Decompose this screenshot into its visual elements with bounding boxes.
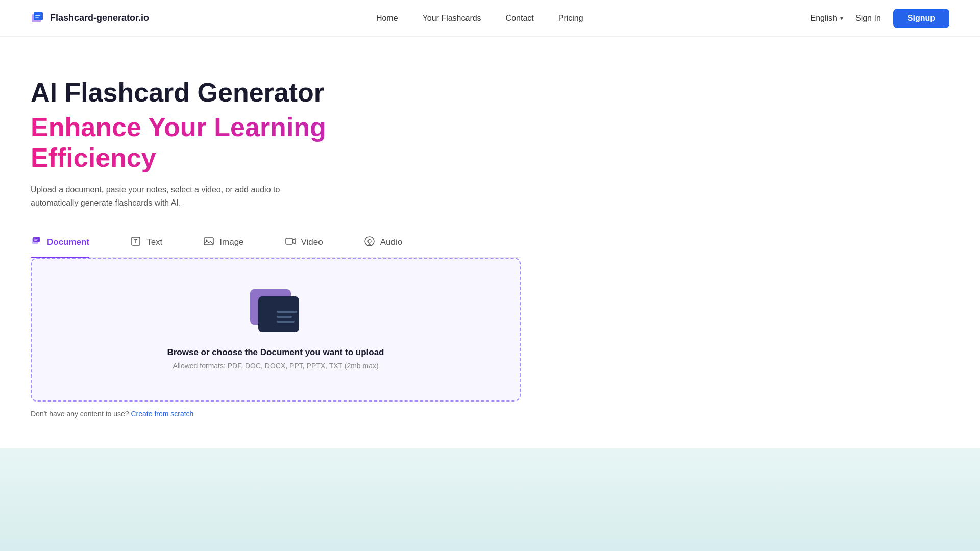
logo-icon [31, 11, 45, 26]
hero-subtitle: Upload a document, paste your notes, sel… [31, 183, 306, 209]
bottom-section: Featured [0, 448, 980, 551]
svg-rect-3 [35, 17, 39, 18]
svg-rect-2 [35, 15, 40, 16]
tab-document[interactable]: Document [31, 231, 89, 258]
document-tab-icon [31, 236, 42, 249]
tab-video[interactable]: Video [285, 231, 323, 258]
svg-point-11 [206, 239, 208, 241]
nav-links: Home Your Flashcards Contact Pricing [376, 14, 583, 23]
svg-rect-10 [204, 238, 213, 245]
signup-button[interactable]: Signup [893, 9, 949, 28]
tab-text[interactable]: T Text [130, 231, 162, 258]
logo-text: Flashcard-generator.io [50, 13, 149, 23]
tab-document-label: Document [47, 237, 89, 247]
main-content: AI Flashcard Generator Enhance Your Lear… [0, 37, 980, 448]
doc-line-3 [277, 321, 295, 323]
svg-rect-7 [34, 240, 37, 241]
video-tab-icon [285, 236, 296, 249]
language-label: English [810, 14, 837, 23]
upload-area[interactable]: Browse or choose the Document you want t… [31, 258, 521, 402]
upload-subtitle: Allowed formats: PDF, DOC, DOCX, PPT, PP… [173, 362, 378, 370]
hero-title-gradient-line1: Enhance Your Learning [31, 112, 949, 143]
logo-area[interactable]: Flashcard-generator.io [31, 11, 149, 26]
tab-audio[interactable]: Audio [364, 231, 402, 258]
scratch-prefix: Don't have any content to use? [31, 410, 129, 418]
nav-your-flashcards[interactable]: Your Flashcards [423, 14, 481, 23]
upload-illustration [245, 289, 306, 335]
svg-rect-6 [34, 239, 38, 240]
language-selector[interactable]: English ▾ [810, 14, 843, 23]
tabs: Document T Text Image [31, 230, 521, 258]
navbar-right: English ▾ Sign In Signup [810, 9, 949, 28]
svg-text:T: T [134, 239, 137, 244]
tab-audio-label: Audio [380, 237, 402, 247]
nav-contact[interactable]: Contact [506, 14, 534, 23]
doc-line-2 [277, 316, 292, 318]
tab-image[interactable]: Image [203, 231, 243, 258]
image-tab-icon [203, 236, 214, 249]
create-from-scratch-link[interactable]: Create from scratch [131, 410, 193, 418]
hero-title-gradient-line2: Efficiency [31, 143, 949, 173]
nav-pricing[interactable]: Pricing [558, 14, 583, 23]
chevron-down-icon: ▾ [840, 15, 843, 22]
tab-text-label: Text [146, 237, 162, 247]
hero-title-black: AI Flashcard Generator [31, 78, 949, 108]
svg-rect-12 [286, 238, 292, 244]
nav-home[interactable]: Home [376, 14, 398, 23]
tab-video-label: Video [301, 237, 323, 247]
text-tab-icon: T [130, 236, 141, 249]
signin-link[interactable]: Sign In [855, 14, 881, 23]
upload-title: Browse or choose the Document you want t… [167, 347, 384, 358]
doc-front [258, 296, 299, 332]
navbar: Flashcard-generator.io Home Your Flashca… [0, 0, 980, 37]
doc-line-1 [277, 311, 297, 313]
audio-tab-icon [364, 236, 375, 249]
tab-image-label: Image [219, 237, 243, 247]
scratch-text: Don't have any content to use? Create fr… [31, 410, 949, 418]
